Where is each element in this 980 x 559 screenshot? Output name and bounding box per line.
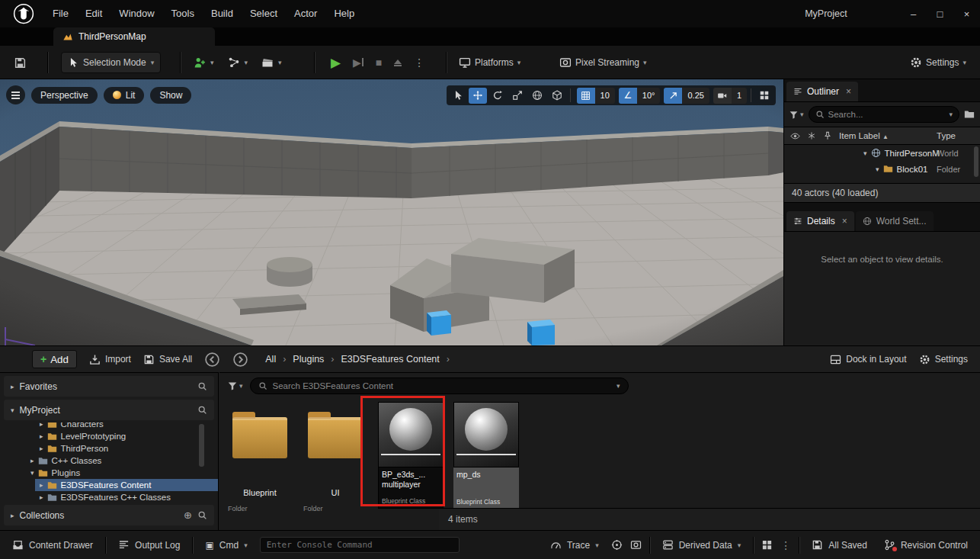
- search-icon[interactable]: [197, 381, 207, 391]
- target-icon[interactable]: [611, 539, 623, 551]
- asterisk-column-icon[interactable]: [807, 131, 816, 140]
- camera-speed-value[interactable]: 1: [732, 88, 747, 104]
- viewport-menu-button[interactable]: [6, 85, 25, 104]
- add-collection-icon[interactable]: ⊕: [184, 509, 192, 521]
- maximize-button[interactable]: □: [927, 0, 953, 27]
- rotation-snap-value[interactable]: 10°: [637, 88, 661, 104]
- rotation-snap-control[interactable]: ∠ 10°: [619, 88, 661, 104]
- outliner-search-input[interactable]: [828, 110, 946, 119]
- play-button[interactable]: ▶: [331, 55, 341, 71]
- menu-select[interactable]: Select: [242, 0, 286, 27]
- tab-third-person-map[interactable]: ThirdPersonMap: [53, 27, 215, 46]
- scale-tool-button[interactable]: [508, 88, 527, 104]
- forward-button[interactable]: [232, 352, 248, 368]
- menu-window[interactable]: Window: [110, 0, 162, 27]
- close-button[interactable]: ×: [953, 0, 980, 27]
- show-dropdown[interactable]: Show: [150, 87, 191, 104]
- search-icon[interactable]: [197, 510, 207, 520]
- asset-tile-mp-ds[interactable]: mp_ds Blueprint Class: [452, 402, 520, 509]
- output-log-button[interactable]: Output Log: [114, 539, 184, 551]
- scale-snap-value[interactable]: 0.25: [682, 88, 709, 104]
- add-actor-button[interactable]: ▾: [192, 52, 216, 73]
- chevron-down-icon[interactable]: ▾: [863, 149, 867, 157]
- level-viewport[interactable]: Perspective Lit Show 10 ∠ 10° 0.25: [0, 79, 783, 345]
- unreal-logo-icon[interactable]: [12, 2, 35, 25]
- tab-details[interactable]: Details ×: [786, 211, 854, 231]
- save-button[interactable]: [14, 46, 27, 79]
- trace-button[interactable]: Trace ▾: [546, 539, 604, 551]
- asset-tile-bp-e3ds-multiplayer[interactable]: BP_e3ds_... multiplayer Blueprint Class: [376, 402, 445, 509]
- viewport-layout-button[interactable]: [755, 88, 773, 104]
- favorites-section[interactable]: ▸ Favorites: [4, 376, 214, 397]
- cmd-dropdown[interactable]: ▣ Cmd ▾: [200, 540, 251, 551]
- viewport-scene[interactable]: [0, 79, 783, 345]
- breadcrumb-all[interactable]: All: [265, 354, 276, 365]
- revision-control-button[interactable]: Revision Control: [879, 539, 972, 551]
- selection-mode-dropdown[interactable]: Selection Mode ▾: [61, 46, 161, 79]
- insights-grid-icon[interactable]: [761, 539, 773, 551]
- breadcrumb-e3ds-content[interactable]: E3DSFeatures Content: [341, 354, 440, 365]
- world-local-toggle[interactable]: [528, 88, 546, 104]
- all-saved-button[interactable]: All Saved: [807, 539, 872, 551]
- dock-in-layout-button[interactable]: Dock in Layout: [830, 354, 906, 365]
- outliner-filter-button[interactable]: ▾: [789, 110, 804, 120]
- console-command-input[interactable]: [260, 537, 460, 553]
- search-icon[interactable]: [197, 405, 207, 415]
- menu-edit[interactable]: Edit: [77, 0, 110, 27]
- tree-item-e3dsfeatures-cpp[interactable]: ▸ E3DSFeatures C++ Classes: [0, 491, 218, 503]
- create-folder-button[interactable]: [964, 109, 975, 120]
- cinematics-button[interactable]: ▾: [260, 52, 283, 73]
- stop-button[interactable]: ■: [376, 56, 382, 69]
- add-button[interactable]: + Add: [32, 350, 77, 368]
- play-options-button[interactable]: ⋮: [414, 56, 424, 69]
- statusbar-options-button[interactable]: ⋮: [780, 539, 791, 551]
- tree-item-plugins[interactable]: ▾ Plugins: [0, 467, 218, 479]
- settings-dropdown[interactable]: Settings ▾: [910, 46, 966, 79]
- chevron-down-icon[interactable]: ▾: [876, 165, 879, 173]
- tab-outliner[interactable]: Outliner ×: [786, 82, 858, 101]
- close-icon[interactable]: ×: [842, 216, 847, 226]
- asset-filter-button[interactable]: ▾: [227, 381, 243, 391]
- column-item-label[interactable]: Item Label ▲: [839, 131, 889, 140]
- grid-snap-value[interactable]: 10: [595, 88, 615, 104]
- move-tool-button[interactable]: [469, 88, 487, 104]
- import-button[interactable]: Import: [89, 354, 131, 365]
- outliner-search[interactable]: ▾: [809, 106, 960, 123]
- tree-item-cpp-classes[interactable]: ▸ C++ Classes: [0, 455, 218, 467]
- surface-snapping-button[interactable]: [548, 88, 566, 104]
- asset-tile-ui-folder[interactable]: UI Folder: [301, 402, 370, 512]
- derived-data-button[interactable]: Derived Data ▾: [658, 539, 746, 551]
- breadcrumb-plugins[interactable]: Plugins: [293, 354, 324, 365]
- tree-item-thirdperson[interactable]: ▸ ThirdPerson: [0, 442, 218, 455]
- collections-section[interactable]: ▸ Collections ⊕: [4, 505, 214, 525]
- blueprints-button[interactable]: ▾: [226, 52, 250, 73]
- menu-file[interactable]: File: [44, 0, 77, 27]
- scale-snap-control[interactable]: 0.25: [664, 88, 709, 104]
- tree-scrollbar[interactable]: [199, 424, 204, 467]
- camera-speed-control[interactable]: 1: [713, 88, 747, 104]
- outliner-row-world[interactable]: ▾ ThirdPersonM World: [784, 145, 980, 161]
- minimize-button[interactable]: –: [900, 0, 927, 27]
- perspective-dropdown[interactable]: Perspective: [31, 87, 98, 104]
- column-type[interactable]: Type: [937, 131, 956, 140]
- frame-skip-button[interactable]: ▶: [353, 56, 363, 69]
- lit-dropdown[interactable]: Lit: [104, 87, 145, 104]
- menu-actor[interactable]: Actor: [286, 0, 325, 27]
- menu-tools[interactable]: Tools: [163, 0, 203, 27]
- asset-tile-blueprint-folder[interactable]: Blueprint Folder: [226, 402, 294, 512]
- tree-item-e3dsfeatures-content[interactable]: ▸ E3DSFeatures Content: [0, 479, 218, 491]
- rotate-tool-button[interactable]: [488, 88, 507, 104]
- close-icon[interactable]: ×: [846, 86, 851, 97]
- tree-item-characters[interactable]: ▸ Characters: [0, 422, 218, 430]
- myproject-section[interactable]: ▾ MyProject: [4, 400, 214, 420]
- tab-world-settings[interactable]: World Sett...: [856, 211, 934, 231]
- save-all-button[interactable]: Save All: [143, 354, 192, 365]
- eye-icon[interactable]: [790, 131, 800, 141]
- content-drawer-button[interactable]: Content Drawer: [8, 539, 98, 551]
- tree-item-levelprototyping[interactable]: ▸ LevelPrototyping: [0, 430, 218, 442]
- eject-button[interactable]: [394, 59, 402, 66]
- pixel-streaming-dropdown[interactable]: Pixel Streaming ▾: [559, 46, 647, 79]
- pin-icon[interactable]: [823, 131, 832, 140]
- content-browser-settings-button[interactable]: Settings: [919, 354, 968, 365]
- back-button[interactable]: [204, 352, 220, 368]
